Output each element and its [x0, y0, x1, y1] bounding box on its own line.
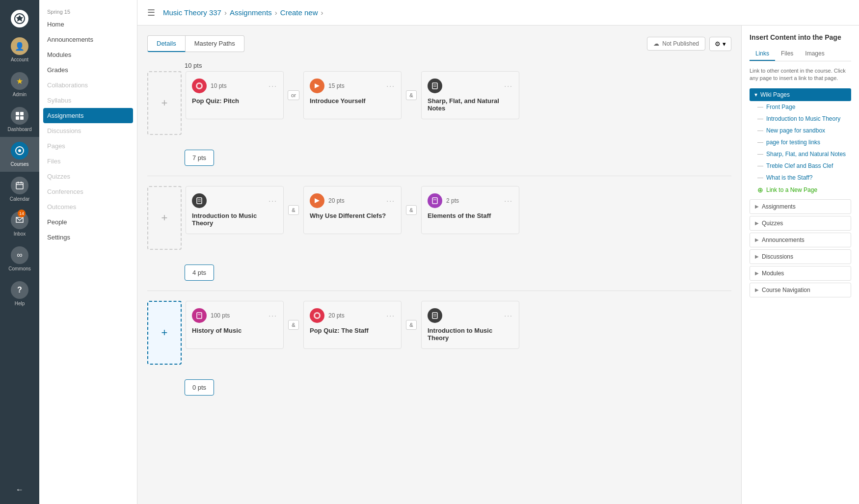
card-menu-row2-3[interactable]: ··· [504, 197, 513, 205]
svg-rect-23 [197, 313, 202, 318]
card-row3-2: 20 pts ··· Pop Quiz: The Staff [303, 301, 402, 349]
tab-group: Details Mastery Paths [147, 35, 244, 52]
card-menu-row1-1[interactable]: ··· [268, 82, 277, 90]
sidebar-item-inbox[interactable]: 14 Inbox [0, 207, 39, 241]
plus-circle-icon: ⊕ [757, 186, 763, 194]
tab-mastery-paths[interactable]: Mastery Paths [186, 35, 244, 52]
card-menu-row3-3[interactable]: ··· [504, 312, 513, 319]
nav-people[interactable]: People [39, 214, 137, 230]
svg-rect-2 [20, 112, 24, 115]
card-menu-row3-2[interactable]: ··· [386, 312, 395, 319]
breadcrumb-create-new[interactable]: Create new [280, 8, 318, 17]
wiki-pages-section: ▾ Wiki Pages — Front Page — Introduction… [750, 88, 851, 196]
publish-button[interactable]: ☁ Not Published [647, 37, 705, 51]
path-row-2: + ··· Introduction to Music Theory [147, 186, 731, 250]
nav-announcements[interactable]: Announcements [39, 32, 137, 47]
sidebar-item-admin[interactable]: ★ Admin [0, 67, 39, 102]
card-icon-row1-3 [428, 79, 442, 93]
rp-quizzes-header[interactable]: ▶ Quizzes [750, 216, 851, 230]
card-icon-pts-row3-3 [428, 308, 442, 323]
sidebar-help-label: Help [15, 301, 25, 306]
card-menu-row1-2[interactable]: ··· [386, 82, 395, 90]
wiki-page-front-page[interactable]: — Front Page [750, 101, 851, 113]
settings-dropdown-icon: ▾ [723, 40, 726, 48]
inbox-badge: 14 [18, 210, 26, 217]
rp-course-navigation-header[interactable]: ▶ Course Navigation [750, 283, 851, 297]
sidebar-item-dashboard[interactable]: Dashboard [0, 102, 39, 137]
breadcrumb-assignments[interactable]: Assignments [230, 8, 272, 17]
rp-tab-files[interactable]: Files [775, 47, 799, 61]
sidebar-courses-label: Courses [10, 161, 28, 167]
nav-home[interactable]: Home [39, 17, 137, 32]
card-row2-2: 20 pts ··· Why Use Different Clefs? [303, 186, 402, 234]
add-button-row2[interactable]: + [147, 186, 182, 250]
rp-discussions-header[interactable]: ▶ Discussions [750, 250, 851, 264]
nav-assignments[interactable]: Assignments [43, 108, 133, 123]
sidebar-item-courses[interactable]: Courses [0, 137, 39, 172]
svg-point-12 [197, 84, 201, 88]
connector-row1-2: & [402, 71, 421, 119]
svg-rect-21 [432, 198, 437, 204]
sidebar-logo[interactable] [0, 5, 39, 32]
card-icon-row2-1 [192, 193, 207, 208]
card-menu-row2-2[interactable]: ··· [386, 197, 395, 205]
rp-modules-header[interactable]: ▶ Modules [750, 266, 851, 280]
nav-pages: Pages [39, 138, 137, 154]
nav-settings[interactable]: Settings [39, 230, 137, 245]
rp-tab-links[interactable]: Links [750, 47, 775, 61]
rp-tab-images[interactable]: Images [799, 47, 830, 61]
card-header-row3-1: 100 pts ··· [192, 308, 277, 323]
card-row2-1: ··· Introduction to Music Theory [186, 186, 284, 234]
sidebar-item-commons[interactable]: ∞ Commons [0, 241, 39, 276]
rp-announcements-header[interactable]: ▶ Announcements [750, 233, 851, 247]
svg-marker-13 [315, 83, 320, 88]
settings-button[interactable]: ⚙ ▾ [709, 37, 731, 51]
wiki-pages-header[interactable]: ▾ Wiki Pages [750, 88, 851, 101]
breadcrumb-course[interactable]: Music Theory 337 [163, 8, 221, 17]
announcements-label: Announcements [762, 237, 805, 243]
card-header-row3-2: 20 pts ··· [310, 308, 395, 323]
wiki-page-sandbox[interactable]: — New page for sandbox [750, 125, 851, 136]
wiki-page-intro[interactable]: — Introduction to Music Theory [750, 113, 851, 125]
card-row3-1: 100 pts ··· History of Music [186, 301, 284, 349]
rp-assignments-header[interactable]: ▶ Assignments [750, 200, 851, 213]
card-menu-row1-3[interactable]: ··· [504, 82, 513, 90]
sidebar-calendar-label: Calendar [10, 196, 30, 202]
add-button-row1[interactable]: + [147, 71, 182, 135]
svg-marker-20 [315, 198, 320, 203]
sidebar-item-account[interactable]: 👤 Account [0, 32, 39, 67]
card-pts-row3-2: 20 pts [328, 312, 345, 319]
row2-bottom-pts-box[interactable]: 4 pts [185, 265, 214, 281]
card-pts-row2-3: 2 pts [446, 197, 459, 204]
hamburger-menu[interactable]: ☰ [147, 7, 155, 18]
card-menu-row3-1[interactable]: ··· [268, 312, 277, 319]
tab-details[interactable]: Details [147, 35, 186, 52]
sidebar-item-help[interactable]: ? Help [0, 276, 39, 311]
wiki-page-sharp[interactable]: — Sharp, Flat, and Natural Notes [750, 148, 851, 160]
sidebar-item-calendar[interactable]: Calendar [0, 172, 39, 207]
plus-icon-row2: + [161, 212, 168, 224]
card-menu-row2-1[interactable]: ··· [268, 197, 277, 205]
rp-modules: ▶ Modules [750, 266, 851, 281]
wiki-page-staff[interactable]: — What is the Staff? [750, 172, 851, 184]
rp-quizzes: ▶ Quizzes [750, 216, 851, 231]
add-button-row3[interactable]: + [147, 301, 182, 365]
nav-quizzes: Quizzes [39, 169, 137, 184]
wiki-page-testing[interactable]: — page for testing links [750, 136, 851, 148]
tabs-row: Details Mastery Paths ☁ Not Published ⚙ … [147, 35, 731, 52]
wiki-page-treble[interactable]: — Treble Clef and Bass Clef [750, 160, 851, 172]
wiki-pages-chevron: ▾ [754, 91, 757, 98]
row1-bottom-pts-box[interactable]: 7 pts [185, 150, 214, 166]
card-title-row2-1: Introduction to Music Theory [192, 212, 277, 227]
card-pts-row1-1: 10 pts [211, 82, 227, 89]
link-to-new-page[interactable]: ⊕ Link to a New Page [750, 184, 851, 196]
card-header-row1-1: 10 pts ··· [192, 79, 277, 93]
card-row1-2: 15 pts ··· Introduce Yourself [303, 71, 402, 119]
card-header-row2-3: 2 pts ··· [428, 193, 513, 208]
svg-rect-3 [16, 116, 19, 120]
sidebar-collapse-button[interactable]: ← [13, 480, 26, 499]
nav-modules[interactable]: Modules [39, 47, 137, 62]
breadcrumb-sep-1: › [224, 8, 227, 17]
row3-bottom-pts-box[interactable]: 0 pts [185, 379, 214, 396]
nav-grades[interactable]: Grades [39, 62, 137, 78]
